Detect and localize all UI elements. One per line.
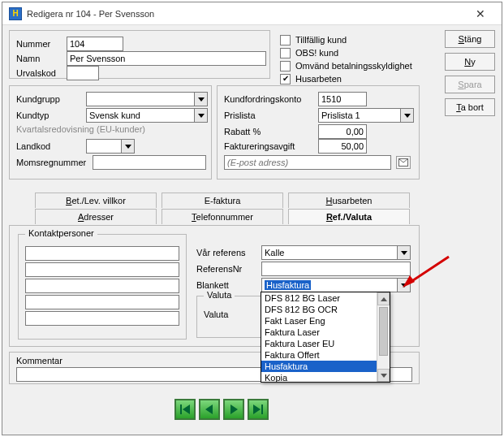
blankett-option-selected[interactable]: Husfaktura: [261, 361, 390, 372]
scroll-thumb[interactable]: [379, 307, 388, 356]
tab-ref-valuta[interactable]: Ref./Valuta: [288, 209, 410, 224]
blankett-option[interactable]: Fakt Laser Eng: [261, 315, 390, 327]
tabort-button[interactable]: Ta bort: [445, 98, 495, 116]
blankett-option[interactable]: DFS 812 BG Laser: [261, 292, 390, 304]
kundgrupp-label: Kundgrupp: [16, 94, 81, 104]
namn-label: Namn: [16, 54, 62, 63]
urvalskod-input[interactable]: [67, 66, 99, 80]
blankett-option[interactable]: Kopia: [261, 372, 390, 383]
kundgrupp-select[interactable]: [86, 92, 208, 106]
tab-efaktura[interactable]: E-faktura: [162, 193, 283, 208]
tab-adresser[interactable]: Adresser: [35, 209, 157, 224]
scroll-up-button[interactable]: [377, 292, 390, 305]
nummer-label: Nummer: [16, 39, 62, 49]
chevron-down-icon: [397, 279, 410, 292]
chevron-down-icon: [194, 109, 207, 122]
kvartals-label: Kvartalsredovisning (EU-kunder): [16, 124, 145, 134]
var-referens-label: Vår referens: [196, 248, 256, 257]
ny-button[interactable]: Ny: [445, 53, 495, 71]
dropdown-scrollbar[interactable]: [377, 292, 390, 382]
kommentar-label: Kommentar: [16, 356, 62, 366]
svg-marker-7: [253, 405, 261, 414]
chevron-down-icon: [194, 93, 207, 106]
close-button[interactable]: ✕: [466, 5, 495, 23]
kundtyp-select[interactable]: Svensk kund: [86, 108, 208, 123]
email-button[interactable]: [396, 156, 411, 169]
rabatt-label: Rabatt %: [224, 127, 313, 136]
faktureringsavgift-label: Faktureringsavgift: [224, 141, 313, 151]
svg-marker-4: [183, 405, 190, 414]
kontaktpersoner-legend: Kontaktpersoner: [25, 228, 97, 238]
mail-icon: [398, 158, 408, 167]
referensnr-label: ReferensNr: [196, 264, 256, 274]
blankett-option[interactable]: DFS 812 BG OCR: [261, 304, 390, 315]
prislista-select[interactable]: Prislista 1: [318, 108, 414, 123]
tab-husarbeten[interactable]: Husarbeten: [288, 193, 410, 208]
svg-marker-6: [230, 405, 238, 414]
blankett-option[interactable]: Faktura Laser: [261, 327, 390, 338]
tillfallig-kund-checkbox[interactable]: Tillfällig kund: [280, 33, 412, 46]
obs-kund-checkbox[interactable]: OBS! kund: [280, 46, 412, 59]
husarbeten-checkbox[interactable]: ✔Husarbeten: [280, 72, 412, 85]
blankett-dropdown-list[interactable]: DFS 812 BG Laser DFS 812 BG OCR Fakt Las…: [261, 292, 390, 383]
svg-rect-8: [261, 405, 263, 414]
nav-last-button[interactable]: [248, 399, 269, 420]
kontakt-2-input[interactable]: [25, 262, 179, 277]
momsreg-label: Momsregnummer: [16, 158, 88, 167]
app-icon: H: [9, 7, 22, 20]
nav-first-button[interactable]: [174, 399, 196, 420]
valuta-label: Valuta: [204, 309, 228, 319]
stang-button[interactable]: Stäng: [445, 30, 495, 48]
kundfordringskonto-label: Kundfordringskonto: [224, 94, 313, 104]
nummer-input[interactable]: [67, 37, 123, 51]
svg-marker-5: [205, 405, 213, 414]
prislista-label: Prislista: [224, 110, 313, 120]
nav-next-button[interactable]: [223, 399, 244, 420]
omvand-checkbox[interactable]: Omvänd betalningsskyldighet: [280, 59, 412, 72]
chevron-down-icon: [400, 109, 413, 122]
scroll-down-button[interactable]: [377, 369, 390, 382]
blankett-select[interactable]: Husfaktura: [261, 278, 411, 292]
blankett-label: Blankett: [196, 280, 256, 290]
rabatt-input[interactable]: [318, 124, 367, 139]
referensnr-input[interactable]: [261, 262, 411, 276]
landkod-select[interactable]: [86, 139, 135, 154]
window-title: Redigera nr 104 - Per Svensson: [27, 9, 466, 19]
var-referens-select[interactable]: Kalle: [261, 245, 411, 260]
nav-prev-button[interactable]: [199, 399, 220, 420]
chevron-down-icon: [121, 140, 134, 153]
chevron-down-icon: [397, 246, 410, 259]
kundtyp-label: Kundtyp: [16, 110, 81, 120]
faktureringsavgift-input[interactable]: [318, 139, 367, 154]
kundfordringskonto-input[interactable]: [318, 92, 367, 106]
momsreg-input[interactable]: [93, 155, 206, 170]
spara-button[interactable]: Spara: [445, 76, 495, 93]
kontakt-1-input[interactable]: [25, 246, 179, 261]
blankett-option[interactable]: Faktura Laser EU: [261, 338, 390, 349]
valuta-group-legend: Valuta: [204, 290, 235, 300]
namn-input[interactable]: [67, 51, 266, 66]
landkod-label: Landkod: [16, 141, 81, 151]
epost-input[interactable]: [224, 155, 391, 170]
urvalskod-label: Urvalskod: [16, 68, 62, 78]
tab-telefonnummer[interactable]: Telefonnummer: [162, 209, 283, 224]
kontakt-5-input[interactable]: [25, 311, 179, 326]
kontakt-3-input[interactable]: [25, 279, 179, 293]
tab-bet-lev-villkor[interactable]: Bet./Lev. villkor: [35, 193, 157, 208]
kontakt-4-input[interactable]: [25, 295, 179, 309]
blankett-option[interactable]: Faktura Offert: [261, 349, 390, 361]
svg-rect-3: [180, 405, 182, 414]
